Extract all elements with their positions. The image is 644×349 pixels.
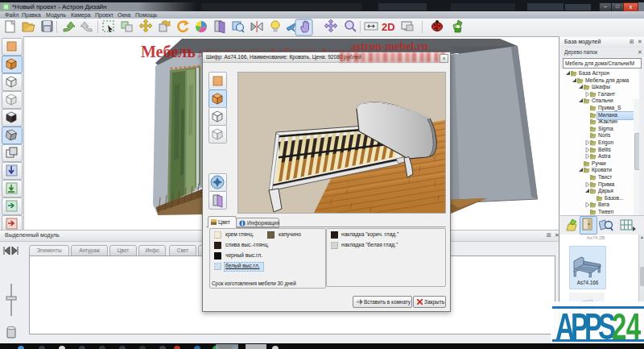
svg-text:2D: 2D xyxy=(382,21,395,33)
